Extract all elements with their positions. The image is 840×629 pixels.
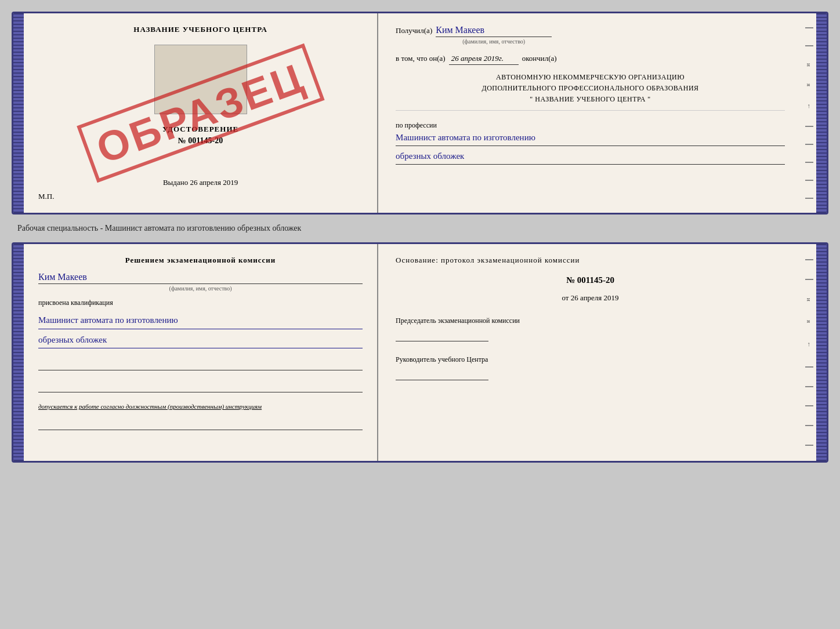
poluchil-name-block: Ким Макеев (фамилия, имя, отчество) <box>436 25 552 45</box>
completion-date: 26 апреля 2019г. <box>449 54 519 65</box>
vydano-date: 26 апреля 2019 <box>190 178 238 187</box>
top-left-panel: НАЗВАНИЕ УЧЕБНОГО ЦЕНТРА УДОСТОВЕРЕНИЕ №… <box>24 13 378 213</box>
deco-b-dash-4 <box>805 386 813 387</box>
bottom-document: Решением экзаменационной комиссии Ким Ма… <box>12 242 828 463</box>
deco-dash-7 <box>805 198 813 199</box>
vtom-line: в том, что он(а) 26 апреля 2019г. окончи… <box>396 54 785 65</box>
rukovoditel-label: Руководитель учебного Центра <box>396 354 785 365</box>
cert-block: УДОСТОВЕРЕНИЕ № 001145-20 <box>162 125 238 146</box>
profession-name-2: обрезных обложек <box>396 148 785 165</box>
deco-arrow: ← <box>806 103 813 110</box>
top-document: НАЗВАНИЕ УЧЕБНОГО ЦЕНТРА УДОСТОВЕРЕНИЕ №… <box>12 12 828 214</box>
predsedatel-label: Председатель экзаменационной комиссии <box>396 315 785 326</box>
between-label: Рабочая специальность - Машинист автомат… <box>12 221 828 235</box>
deco-dash-4 <box>805 144 813 145</box>
deco-b-dash-7 <box>805 445 813 446</box>
deco-letter-i: и <box>806 63 813 67</box>
deco-b-arrow: ← <box>806 341 813 348</box>
photo-placeholder <box>154 45 247 114</box>
vydano-label: Выдано <box>163 178 188 187</box>
right-decoration-top: и я ← <box>802 13 816 213</box>
bottom-name-block: Ким Макеев (фамилия, имя, отчество) <box>38 270 363 292</box>
cert-label: УДОСТОВЕРЕНИЕ <box>162 125 238 134</box>
osnovanie-title: Основание: протокол экзаменационной коми… <box>396 256 785 265</box>
org-block: АВТОНОМНУЮ НЕКОММЕРЧЕСКУЮ ОРГАНИЗАЦИЮ ДО… <box>396 72 785 111</box>
org-line1: АВТОНОМНУЮ НЕКОММЕРЧЕСКУЮ ОРГАНИЗАЦИЮ <box>396 72 785 83</box>
poluchil-row: Получил(а) Ким Макеев (фамилия, имя, отч… <box>396 25 785 45</box>
kvalif-name-1: Машинист автомата по изготовлению <box>38 312 363 329</box>
okonchill-label: окончил(а) <box>522 54 557 63</box>
rukovoditel-signature-line <box>396 368 488 380</box>
deco-b-dash-1 <box>805 259 813 260</box>
deco-b-dash-6 <box>805 425 813 426</box>
deco-b-letter-i: и <box>806 298 813 301</box>
bottom-person-name: Ким Макеев <box>38 272 363 284</box>
dopusk-underline <box>38 419 363 430</box>
predsedatel-block: Председатель экзаменационной комиссии <box>396 315 785 341</box>
recipient-name: Ким Макеев <box>436 25 552 37</box>
deco-b-letter-ya: я <box>806 320 813 323</box>
right-decoration-bottom: и я ← <box>802 244 816 461</box>
deco-dash-3 <box>805 126 813 127</box>
deco-b-dash-3 <box>805 366 813 368</box>
deco-b-dash-5 <box>805 405 813 406</box>
dopusk-italic-text: работе согласно должностным (производств… <box>79 403 262 410</box>
fio-label-bottom: (фамилия, имя, отчество) <box>38 285 363 292</box>
bottom-left-panel: Решением экзаменационной комиссии Ким Ма… <box>24 244 378 461</box>
deco-dash-5 <box>805 162 813 163</box>
resheniem-title: Решением экзаменационной комиссии <box>38 256 363 265</box>
top-doc-inner: НАЗВАНИЕ УЧЕБНОГО ЦЕНТРА УДОСТОВЕРЕНИЕ №… <box>24 13 816 213</box>
page-container: НАЗВАНИЕ УЧЕБНОГО ЦЕНТРА УДОСТОВЕРЕНИЕ №… <box>12 12 828 463</box>
empty-line-2 <box>38 379 363 392</box>
vtom-label: в том, что он(а) <box>396 54 446 63</box>
rukovoditel-block: Руководитель учебного Центра <box>396 354 785 380</box>
prisvoena-label: присвоена квалификация <box>38 299 363 307</box>
vydano-line: Выдано 26 апреля 2019 <box>163 178 238 187</box>
deco-dash-6 <box>805 180 813 181</box>
poluchil-label: Получил(а) <box>396 26 432 35</box>
deco-letter-ya: я <box>806 83 813 86</box>
right-spine-bottom <box>816 244 827 461</box>
po-professii-block: по профессии Машинист автомата по изгото… <box>396 121 785 165</box>
org-line3: " НАЗВАНИЕ УЧЕБНОГО ЦЕНТРА " <box>396 94 785 105</box>
fio-label-top: (фамилия, имя, отчество) <box>436 38 552 45</box>
mp-line: М.П. <box>38 192 54 201</box>
po-professii-label: по профессии <box>396 121 785 130</box>
cert-number: № 001145-20 <box>162 136 238 146</box>
ot-label: от <box>562 293 569 302</box>
right-spine-top <box>816 13 827 213</box>
dopusk-label: допускается к <box>38 403 77 410</box>
kvalif-name-2: обрезных обложек <box>38 332 363 349</box>
protocol-date-value: 26 апреля 2019 <box>571 293 619 302</box>
top-left-title: НАЗВАНИЕ УЧЕБНОГО ЦЕНТРА <box>133 25 267 34</box>
bottom-doc-inner: Решением экзаменационной комиссии Ким Ма… <box>24 244 816 461</box>
dopuskaetsya-text: допускается к работе согласно должностны… <box>38 402 363 412</box>
profession-name-1: Машинист автомата по изготовлению <box>396 130 785 146</box>
empty-line-1 <box>38 357 363 370</box>
deco-b-dash-2 <box>805 279 813 280</box>
deco-dash-2 <box>805 45 813 46</box>
left-spine <box>13 13 24 213</box>
left-spine-bottom <box>13 244 24 461</box>
kvalif-block: Машинист автомата по изготовлению обрезн… <box>38 312 363 348</box>
predsedatel-signature-line <box>396 329 488 341</box>
protocol-num: № 001145-20 <box>396 275 785 285</box>
org-line2: ДОПОЛНИТЕЛЬНОГО ПРОФЕССИОНАЛЬНОГО ОБРАЗО… <box>396 83 785 94</box>
deco-dash-1 <box>805 27 813 28</box>
bottom-right-panel: Основание: протокол экзаменационной коми… <box>378 244 802 461</box>
protocol-date: от 26 апреля 2019 <box>396 293 785 303</box>
top-right-panel: Получил(а) Ким Макеев (фамилия, имя, отч… <box>378 13 802 213</box>
